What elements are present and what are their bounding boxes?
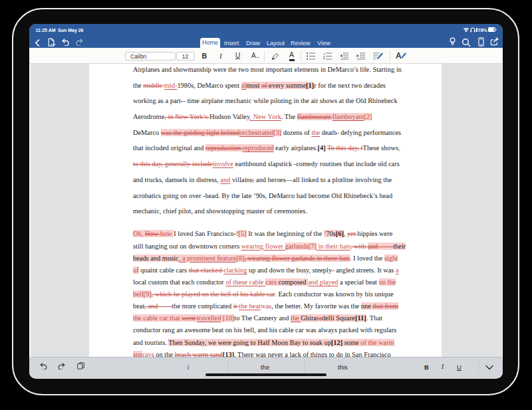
svg-text:A: A xyxy=(396,51,402,60)
